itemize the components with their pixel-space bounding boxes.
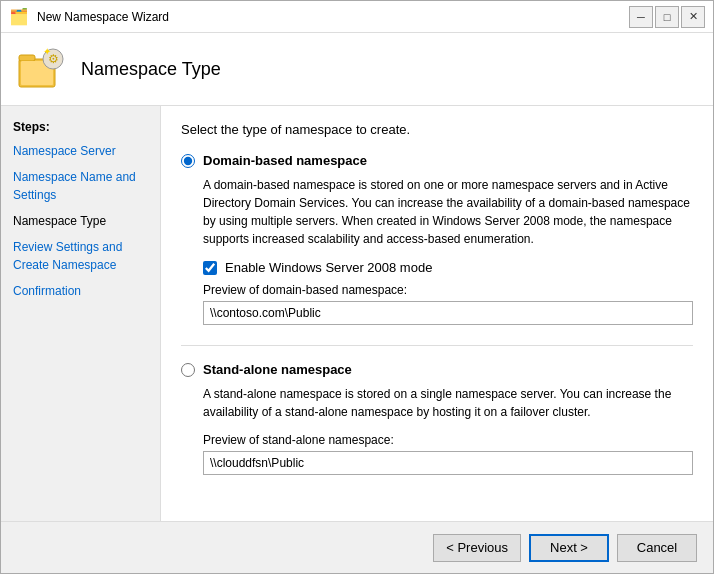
- domain-option-label: Domain-based namespace: [203, 153, 367, 168]
- main-content: Select the type of namespace to create. …: [161, 106, 713, 521]
- sidebar-item-namespace-name[interactable]: Namespace Name and Settings: [1, 164, 160, 208]
- page-title: Namespace Type: [81, 59, 221, 80]
- domain-radio-label[interactable]: Domain-based namespace: [181, 153, 693, 168]
- sidebar-item-review-settings[interactable]: Review Settings and Create Namespace: [1, 234, 160, 278]
- close-button[interactable]: ✕: [681, 6, 705, 28]
- wizard-content: Steps: Namespace Server Namespace Name a…: [1, 106, 713, 521]
- minimize-button[interactable]: ─: [629, 6, 653, 28]
- wizard-header: ⚙ ✦ Namespace Type: [1, 33, 713, 106]
- wizard-window: 🗂️ New Namespace Wizard ─ □ ✕ ⚙ ✦ Namesp…: [0, 0, 714, 574]
- steps-label: Steps:: [1, 116, 160, 138]
- window-title: New Namespace Wizard: [37, 10, 621, 24]
- domain-option-group: Domain-based namespace A domain-based na…: [181, 153, 693, 325]
- domain-option-description: A domain-based namespace is stored on on…: [203, 176, 693, 248]
- standalone-radio-label[interactable]: Stand-alone namespace: [181, 362, 693, 377]
- section-divider: [181, 345, 693, 346]
- sidebar-item-confirmation[interactable]: Confirmation: [1, 278, 160, 304]
- previous-button[interactable]: < Previous: [433, 534, 521, 562]
- wizard-footer: < Previous Next > Cancel: [1, 521, 713, 573]
- title-bar-controls: ─ □ ✕: [629, 6, 705, 28]
- domain-preview-label: Preview of domain-based namespace:: [203, 283, 693, 297]
- sidebar-item-namespace-type: Namespace Type: [1, 208, 160, 234]
- standalone-preview-input: [203, 451, 693, 475]
- windows-2008-label[interactable]: Enable Windows Server 2008 mode: [225, 260, 432, 275]
- domain-preview-input: [203, 301, 693, 325]
- sidebar: Steps: Namespace Server Namespace Name a…: [1, 106, 161, 521]
- title-bar: 🗂️ New Namespace Wizard ─ □ ✕: [1, 1, 713, 33]
- standalone-preview-label: Preview of stand-alone namespace:: [203, 433, 693, 447]
- wizard-icon: ⚙ ✦: [17, 45, 65, 93]
- standalone-option-label: Stand-alone namespace: [203, 362, 352, 377]
- standalone-option-description: A stand-alone namespace is stored on a s…: [203, 385, 693, 421]
- sidebar-item-namespace-server[interactable]: Namespace Server: [1, 138, 160, 164]
- cancel-button[interactable]: Cancel: [617, 534, 697, 562]
- next-button[interactable]: Next >: [529, 534, 609, 562]
- svg-text:✦: ✦: [43, 46, 51, 57]
- domain-radio-input[interactable]: [181, 154, 195, 168]
- svg-rect-1: [19, 55, 35, 61]
- standalone-radio-input[interactable]: [181, 363, 195, 377]
- checkbox-row: Enable Windows Server 2008 mode: [203, 260, 693, 275]
- window-icon: 🗂️: [9, 7, 29, 27]
- standalone-option-group: Stand-alone namespace A stand-alone name…: [181, 362, 693, 475]
- maximize-button[interactable]: □: [655, 6, 679, 28]
- windows-2008-checkbox[interactable]: [203, 261, 217, 275]
- instruction-text: Select the type of namespace to create.: [181, 122, 693, 137]
